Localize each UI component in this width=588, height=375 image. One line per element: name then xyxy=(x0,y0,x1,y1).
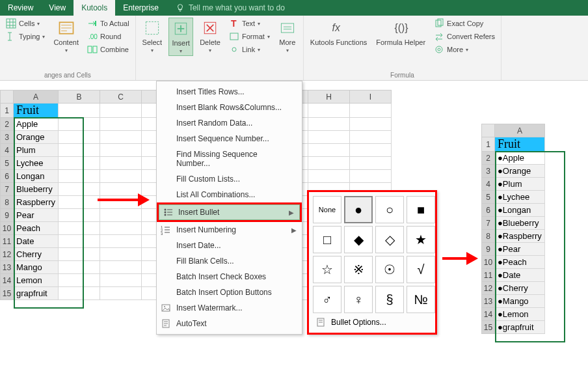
row-header[interactable]: 4 xyxy=(1,144,14,157)
to-actual-button[interactable]: To Actual xyxy=(85,18,131,29)
menu-insert-sequence[interactable]: Insert Sequence Number... xyxy=(157,131,302,146)
data-cell[interactable]: Raspberry xyxy=(14,196,59,209)
data-cell[interactable]: Plum xyxy=(14,144,59,157)
data-cell[interactable]: ●Date xyxy=(495,269,545,282)
row-header[interactable]: 11 xyxy=(482,269,495,282)
bullet-filled-star[interactable]: ★ xyxy=(407,226,435,253)
data-cell[interactable]: ●Cherry xyxy=(495,282,545,295)
combine-button[interactable]: Combine xyxy=(85,44,131,55)
data-cell[interactable]: ●Blueberry xyxy=(495,217,545,230)
data-cell[interactable]: Apple xyxy=(14,118,59,131)
cells-button[interactable]: Cells▾ xyxy=(4,18,47,29)
data-cell[interactable]: ●Lychee xyxy=(495,191,545,204)
delete-button[interactable]: Delete▾ xyxy=(197,18,223,55)
col-header[interactable]: H xyxy=(308,90,349,104)
row-header[interactable]: 8 xyxy=(482,230,495,243)
insert-button[interactable]: Insert▾ xyxy=(168,18,193,56)
row-header[interactable]: 3 xyxy=(1,131,14,144)
col-header[interactable]: I xyxy=(349,90,391,104)
data-cell[interactable]: ●Mango xyxy=(495,295,545,308)
data-cell[interactable]: ●Longan xyxy=(495,204,545,217)
row-header[interactable]: 1 xyxy=(1,104,14,118)
data-cell[interactable]: ●Lemon xyxy=(495,308,545,321)
menu-check-boxes[interactable]: Batch Insert Check Boxes xyxy=(157,269,302,285)
bullet-filled-diamond[interactable]: ◆ xyxy=(344,226,373,253)
menu-insert-date[interactable]: Insert Date... xyxy=(157,238,302,253)
bullet-reference-mark[interactable]: ※ xyxy=(344,256,373,283)
link-button[interactable]: Link▾ xyxy=(227,44,272,55)
col-header[interactable]: A xyxy=(14,90,59,104)
convert-refers-button[interactable]: Convert Refers xyxy=(432,31,497,42)
bullet-open-circle[interactable]: ○ xyxy=(375,196,404,223)
row-header[interactable]: 1 xyxy=(482,137,495,152)
data-cell[interactable]: ●Plum xyxy=(495,178,545,191)
row-header[interactable]: 10 xyxy=(482,256,495,269)
row-header[interactable]: 12 xyxy=(482,282,495,295)
row-header[interactable]: 6 xyxy=(482,204,495,217)
bullet-filled-circle[interactable]: ● xyxy=(344,196,373,223)
menu-insert-titles[interactable]: Insert Titles Rows... xyxy=(157,84,302,100)
corner-cell[interactable] xyxy=(482,124,495,137)
text-button[interactable]: TText▾ xyxy=(227,18,272,29)
data-cell[interactable]: Lemon xyxy=(14,274,59,287)
data-cell[interactable]: ●Apple xyxy=(495,152,545,165)
menu-find-missing[interactable]: Find Missing Sequence Number... xyxy=(157,146,302,171)
data-cell[interactable]: Date xyxy=(14,235,59,248)
tab-enterprise[interactable]: Enterprise xyxy=(115,0,167,16)
row-header[interactable]: 8 xyxy=(1,196,14,209)
row-header[interactable]: 9 xyxy=(1,209,14,222)
bullet-sqrt[interactable]: √ xyxy=(407,256,435,283)
row-header[interactable]: 9 xyxy=(482,243,495,256)
menu-fill-blank[interactable]: Fill Blank Cells... xyxy=(157,253,302,269)
bullet-none[interactable]: None xyxy=(313,196,341,223)
menu-insert-random[interactable]: Insert Random Data... xyxy=(157,115,302,131)
row-header[interactable]: 10 xyxy=(1,222,14,235)
row-header[interactable]: 12 xyxy=(1,248,14,261)
bullet-options[interactable]: Bullet Options... xyxy=(313,313,431,329)
data-cell[interactable]: Mango xyxy=(14,261,59,274)
row-header[interactable]: 3 xyxy=(482,165,495,178)
header-cell[interactable]: Fruit xyxy=(14,104,59,118)
data-cell[interactable]: Longan xyxy=(14,170,59,183)
data-cell[interactable]: ●Peach xyxy=(495,256,545,269)
data-cell[interactable]: ●Raspberry xyxy=(495,230,545,243)
data-cell[interactable]: ●Pear xyxy=(495,243,545,256)
tell-me-box[interactable]: Tell me what you want to do xyxy=(167,3,294,12)
tab-kutools[interactable]: Kutools xyxy=(74,0,115,16)
data-cell[interactable]: ●Orange xyxy=(495,165,545,178)
row-header[interactable]: 2 xyxy=(482,152,495,165)
more2-button[interactable]: More▾ xyxy=(432,44,497,55)
row-header[interactable]: 5 xyxy=(1,157,14,170)
content-button[interactable]: Content▾ xyxy=(51,18,81,55)
row-header[interactable]: 15 xyxy=(1,287,14,300)
row-header[interactable]: 14 xyxy=(1,274,14,287)
row-header[interactable]: 5 xyxy=(482,191,495,204)
data-cell[interactable]: Cherry xyxy=(14,248,59,261)
col-header[interactable]: A xyxy=(495,124,545,137)
menu-watermark[interactable]: Insert Watermark... xyxy=(157,300,302,316)
formula-helper-button[interactable]: {()}Formula Helper xyxy=(373,18,428,48)
bullet-male[interactable]: ♂ xyxy=(313,286,341,313)
menu-insert-blank[interactable]: Insert Blank Rows&Columns... xyxy=(157,100,302,115)
row-header[interactable]: 14 xyxy=(482,308,495,321)
menu-autotext[interactable]: AutoText xyxy=(157,316,302,331)
menu-list-combinations[interactable]: List All Combinations... xyxy=(157,187,302,202)
menu-insert-bullet[interactable]: Insert Bullet▶ xyxy=(159,204,300,220)
bullet-female[interactable]: ♀ xyxy=(344,286,373,313)
bullet-dot-circle[interactable]: ☉ xyxy=(375,256,404,283)
bullet-open-star[interactable]: ☆ xyxy=(313,256,341,283)
row-header[interactable]: 7 xyxy=(482,217,495,230)
tab-review[interactable]: Review xyxy=(0,0,41,16)
data-cell[interactable]: grapfruit xyxy=(14,287,59,300)
data-cell[interactable]: Peach xyxy=(14,222,59,235)
data-cell[interactable]: ●grapfruit xyxy=(495,321,545,334)
tab-view[interactable]: View xyxy=(41,0,74,16)
col-header[interactable]: B xyxy=(58,90,100,104)
row-header[interactable]: 4 xyxy=(482,178,495,191)
more-button[interactable]: More▾ xyxy=(276,18,299,55)
row-header[interactable]: 15 xyxy=(482,321,495,334)
data-cell[interactable]: Lychee xyxy=(14,157,59,170)
row-header[interactable]: 2 xyxy=(1,118,14,131)
data-cell[interactable]: Blueberry xyxy=(14,183,59,196)
col-header[interactable]: C xyxy=(100,90,141,104)
